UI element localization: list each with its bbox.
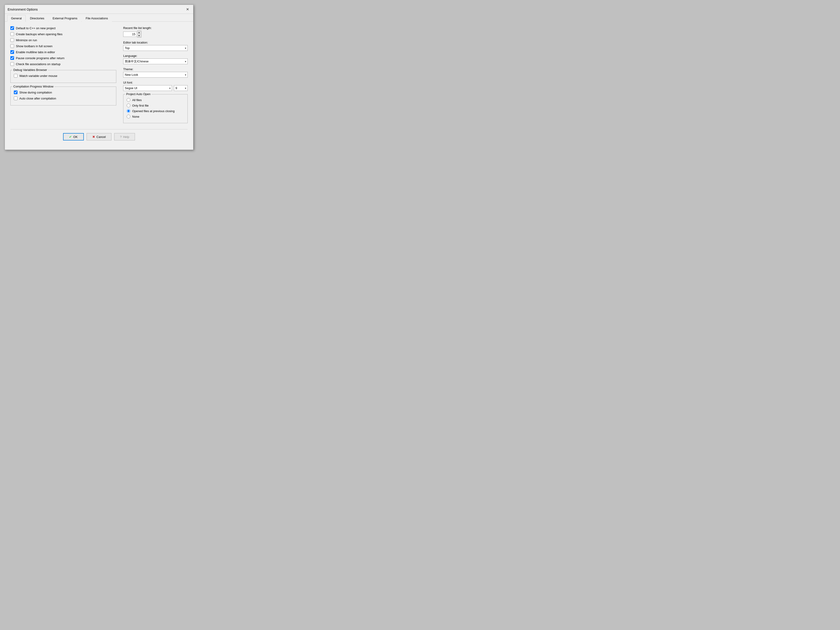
ui-font-field: UI font: Segoe UI Arial Tahoma 8 <box>123 81 188 91</box>
project-auto-open-title: Project Auto Open <box>125 92 152 96</box>
checkbox-row-backups: Create backups when opening files <box>10 32 116 36</box>
radio-row-only-first: Only first file <box>126 104 184 107</box>
radio-row-none: None <box>126 115 184 118</box>
checkbox-row-watch-var: Watch variable under mouse <box>14 74 113 77</box>
ui-font-size-select[interactable]: 8 9 10 11 12 <box>174 85 188 91</box>
main-area: Default to C++ on new project Create bac… <box>10 26 188 127</box>
environment-options-dialog: Environment Options ✕ General Directorie… <box>5 5 193 150</box>
checkbox-row-pause-console: Pause console programs after return <box>10 56 116 60</box>
recent-file-length-input[interactable]: 15 <box>123 32 137 37</box>
checkbox-row-show-compile: Show during compilation <box>14 90 113 94</box>
checkbox-row-cpp-default: Default to C++ on new project <box>10 26 116 30</box>
ui-font-name-select-wrapper: Segoe UI Arial Tahoma <box>123 85 172 91</box>
editor-tab-location-field: Editor tab location: Top Bottom Left Rig… <box>123 41 188 51</box>
radio-label-only-first-file[interactable]: Only first file <box>132 104 149 107</box>
ok-icon: ✔ <box>69 135 72 139</box>
compile-group-title: Compilation Progress Window <box>13 85 54 88</box>
checkbox-label-multiline-tabs[interactable]: Enable multiline tabs in editor <box>16 51 55 54</box>
title-bar: Environment Options ✕ <box>5 5 193 14</box>
recent-file-length-label: Recent file list length: <box>123 26 188 30</box>
recent-file-length-field: Recent file list length: 15 ▲ ▼ <box>123 26 188 38</box>
editor-tab-location-select-wrapper: Top Bottom Left Right <box>123 45 188 51</box>
radio-all-files[interactable] <box>126 98 130 102</box>
language-field: Language: 简体中文/Chinese English Deutsch <box>123 54 188 64</box>
checkbox-watch-var[interactable] <box>14 74 17 77</box>
left-column: Default to C++ on new project Create bac… <box>10 26 116 127</box>
checkbox-row-toolbars: Show toolbars in full screen <box>10 44 116 48</box>
checkbox-row-minimize: Minimize on run <box>10 38 116 42</box>
radio-only-first-file[interactable] <box>126 104 130 107</box>
help-icon: ? <box>120 135 122 139</box>
checkbox-backups[interactable] <box>10 32 14 36</box>
tabs-bar: General Directories External Programs Fi… <box>5 14 193 22</box>
checkbox-label-pause-console[interactable]: Pause console programs after return <box>16 57 65 60</box>
ui-font-size-select-wrapper: 8 9 10 11 12 <box>174 85 188 91</box>
language-label: Language: <box>123 54 188 58</box>
radio-opened-prev-closing[interactable] <box>126 109 130 113</box>
compilation-progress-group: Compilation Progress Window Show during … <box>10 87 116 106</box>
project-auto-open-content: All files Only first file Opened files a… <box>126 98 184 118</box>
radio-label-opened-prev-closing[interactable]: Opened files at previous closing <box>132 109 175 113</box>
checkbox-multiline-tabs[interactable] <box>10 50 14 54</box>
debug-group-title: Debug Variables Browser <box>13 68 48 72</box>
checkbox-row-check-assoc: Check file associations on startup <box>10 62 116 66</box>
ui-font-label: UI font: <box>123 81 188 84</box>
radio-none[interactable] <box>126 115 130 118</box>
checkbox-label-backups[interactable]: Create backups when opening files <box>16 32 62 36</box>
spinner-buttons: ▲ ▼ <box>137 31 141 38</box>
checkbox-label-check-assoc[interactable]: Check file associations on startup <box>16 62 60 66</box>
ok-label: OK <box>73 135 77 139</box>
radio-label-none[interactable]: None <box>132 115 139 118</box>
tab-external-programs[interactable]: External Programs <box>49 15 81 22</box>
checkbox-label-toolbars-fullscreen[interactable]: Show toolbars in full screen <box>16 44 52 48</box>
checkbox-cpp-default[interactable] <box>10 26 14 30</box>
checkbox-toolbars-fullscreen[interactable] <box>10 44 14 48</box>
close-button[interactable]: ✕ <box>185 7 190 12</box>
checkbox-label-watch-var[interactable]: Watch variable under mouse <box>19 74 57 77</box>
checkbox-minimize[interactable] <box>10 38 14 42</box>
theme-field: Theme: New Look Classic <box>123 68 188 77</box>
cancel-label: Cancel <box>96 135 106 139</box>
bottom-buttons: ✔ OK ✖ Cancel ? Help <box>10 129 188 145</box>
dialog-title: Environment Options <box>8 8 38 11</box>
recent-file-length-spinner: 15 ▲ ▼ <box>123 31 188 38</box>
checkbox-row-auto-close: Auto close after compilation <box>14 96 113 100</box>
theme-select[interactable]: New Look Classic <box>123 72 188 77</box>
theme-select-wrapper: New Look Classic <box>123 72 188 77</box>
ui-font-name-select[interactable]: Segoe UI Arial Tahoma <box>123 85 172 91</box>
cancel-icon: ✖ <box>92 135 95 139</box>
checkbox-check-assoc[interactable] <box>10 62 14 66</box>
tab-file-associations[interactable]: File Associations <box>82 15 112 22</box>
editor-tab-location-select[interactable]: Top Bottom Left Right <box>123 45 188 51</box>
theme-label: Theme: <box>123 68 188 71</box>
spinner-up-button[interactable]: ▲ <box>137 31 141 34</box>
language-select[interactable]: 简体中文/Chinese English Deutsch <box>123 58 188 64</box>
radio-row-opened-prev: Opened files at previous closing <box>126 109 184 113</box>
project-auto-open-group: Project Auto Open All files Only first f… <box>123 94 188 123</box>
help-button[interactable]: ? Help <box>114 133 135 141</box>
right-column: Recent file list length: 15 ▲ ▼ Editor t… <box>123 26 188 127</box>
checkbox-pause-console[interactable] <box>10 56 14 60</box>
checkbox-row-multiline-tabs: Enable multiline tabs in editor <box>10 50 116 54</box>
editor-tab-location-label: Editor tab location: <box>123 41 188 44</box>
checkbox-label-show-compile[interactable]: Show during compilation <box>19 91 52 94</box>
ok-button[interactable]: ✔ OK <box>63 133 84 141</box>
tab-directories[interactable]: Directories <box>26 15 48 22</box>
checkbox-label-minimize[interactable]: Minimize on run <box>16 38 37 42</box>
radio-row-all-files: All files <box>126 98 184 102</box>
spinner-down-button[interactable]: ▼ <box>137 34 141 37</box>
cancel-button[interactable]: ✖ Cancel <box>87 133 111 141</box>
help-label: Help <box>123 135 129 139</box>
tab-general[interactable]: General <box>7 15 25 22</box>
radio-label-all-files[interactable]: All files <box>132 98 142 102</box>
checkbox-label-cpp-default[interactable]: Default to C++ on new project <box>16 27 55 30</box>
language-select-wrapper: 简体中文/Chinese English Deutsch <box>123 58 188 64</box>
tab-content-general: Default to C++ on new project Create bac… <box>5 22 193 150</box>
checkbox-label-auto-close[interactable]: Auto close after compilation <box>19 97 56 100</box>
ui-font-row: Segoe UI Arial Tahoma 8 9 10 11 <box>123 85 188 91</box>
debug-variables-browser-group: Debug Variables Browser Watch variable u… <box>10 70 116 83</box>
debug-group-content: Watch variable under mouse <box>14 74 113 77</box>
compile-group-content: Show during compilation Auto close after… <box>14 90 113 100</box>
checkbox-auto-close[interactable] <box>14 96 17 100</box>
checkbox-show-compile[interactable] <box>14 90 17 94</box>
